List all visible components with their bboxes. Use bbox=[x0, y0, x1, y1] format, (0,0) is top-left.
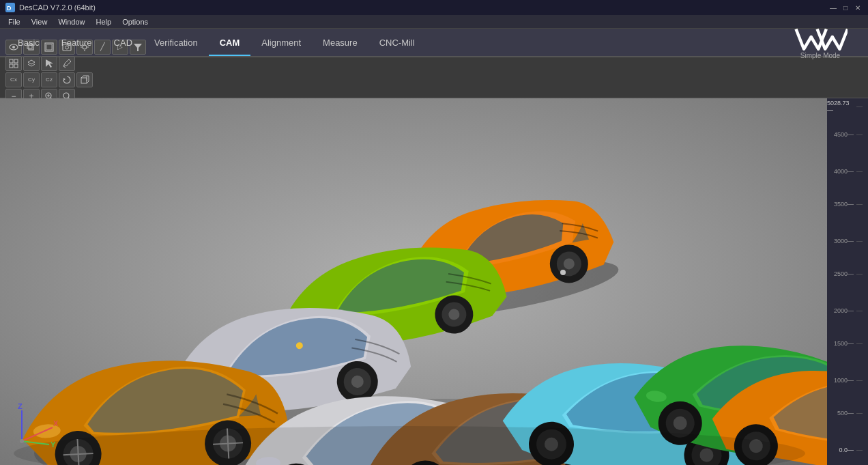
tab-measure[interactable]: Measure bbox=[312, 29, 368, 56]
menu-options[interactable]: Options bbox=[117, 15, 154, 28]
cars-scene bbox=[0, 98, 827, 465]
ruler-mark-4000: 4000— bbox=[834, 168, 863, 175]
rotate-button[interactable] bbox=[59, 72, 75, 87]
tab-feature[interactable]: Feature bbox=[50, 29, 103, 56]
rotate-y-button[interactable]: Cy bbox=[23, 72, 40, 87]
menu-view[interactable]: View bbox=[26, 15, 53, 28]
tab-cad[interactable]: CAD bbox=[103, 29, 143, 56]
svg-line-98 bbox=[22, 441, 49, 445]
cube-button[interactable] bbox=[76, 72, 93, 87]
svg-text:Z: Z bbox=[18, 404, 23, 410]
tab-verification[interactable]: Verification bbox=[143, 29, 209, 56]
viewport[interactable]: X Y Z bbox=[0, 98, 827, 465]
svg-text:Y: Y bbox=[50, 440, 56, 449]
ruler-mark-2000: 2000— bbox=[834, 307, 863, 314]
tab-cam[interactable]: CAM bbox=[209, 29, 251, 56]
title-bar-text: DesCAD V7.2.0 (64bit) bbox=[19, 3, 96, 12]
toolbar-row-3: Cx Cy Cz bbox=[5, 72, 146, 87]
title-bar-controls: — □ ✕ bbox=[828, 3, 863, 12]
ruler-mark-0: 0.0— bbox=[839, 447, 863, 453]
title-bar-left: D DesCAD V7.2.0 (64bit) bbox=[5, 3, 96, 12]
ruler-mark-3500: 3500— bbox=[834, 201, 863, 208]
app-icon: D bbox=[5, 3, 15, 12]
toolbar: ╱ ▷ bbox=[0, 57, 868, 98]
svg-rect-19 bbox=[14, 64, 18, 68]
logo-image bbox=[793, 26, 848, 53]
simple-mode-label: Simple Mode bbox=[800, 52, 840, 59]
title-bar: D DesCAD V7.2.0 (64bit) — □ ✕ bbox=[0, 0, 868, 15]
menu-file[interactable]: File bbox=[3, 15, 26, 28]
svg-point-28 bbox=[63, 93, 69, 98]
ruler-mark-5028: 5028.73— bbox=[827, 100, 863, 113]
ruler-mark-1000: 1000— bbox=[834, 377, 863, 384]
close-button[interactable]: ✕ bbox=[853, 3, 863, 12]
layers-button[interactable] bbox=[23, 56, 40, 71]
svg-rect-18 bbox=[10, 64, 13, 68]
nav-bar: Basic Feature CAD Verification CAM Align… bbox=[0, 29, 868, 57]
grid-button[interactable] bbox=[5, 56, 22, 71]
menu-bar: File View Window Help Options bbox=[0, 15, 868, 29]
minimize-button[interactable]: — bbox=[828, 3, 838, 12]
pencil-button[interactable] bbox=[59, 56, 75, 71]
svg-point-102 bbox=[20, 439, 24, 443]
logo-area: Simple Mode bbox=[793, 26, 861, 59]
tab-alignment[interactable]: Alignment bbox=[250, 29, 312, 56]
maximize-button[interactable]: □ bbox=[841, 3, 850, 12]
tab-cnc-mill[interactable]: CNC-Mill bbox=[368, 29, 426, 56]
ruler-mark-4500: 4500— bbox=[834, 131, 863, 138]
svg-line-20 bbox=[63, 66, 66, 68]
ruler-mark-2500: 2500— bbox=[834, 270, 863, 277]
ruler-mark-1500: 1500— bbox=[834, 340, 863, 347]
select-button[interactable] bbox=[41, 56, 57, 71]
ruler-mark-3000: 3000— bbox=[834, 238, 863, 244]
toolbar-row-2 bbox=[5, 56, 146, 71]
svg-text:D: D bbox=[7, 5, 12, 12]
svg-line-96 bbox=[22, 427, 53, 441]
coordinate-axes: X Y Z bbox=[8, 404, 63, 457]
tab-basic[interactable]: Basic bbox=[7, 29, 50, 56]
rotate-z-button[interactable]: Cz bbox=[41, 72, 57, 87]
main-area: X Y Z 5028.73— 4500— 4000— 3500— 3000— 2… bbox=[0, 98, 868, 465]
svg-rect-16 bbox=[10, 59, 13, 63]
ruler-mark-500: 500— bbox=[837, 410, 863, 417]
menu-window[interactable]: Window bbox=[53, 15, 90, 28]
svg-rect-17 bbox=[14, 59, 18, 63]
svg-marker-21 bbox=[63, 78, 66, 81]
menu-help[interactable]: Help bbox=[91, 15, 117, 28]
rotate-x-button[interactable]: Cx bbox=[5, 72, 22, 87]
ruler: 5028.73— 4500— 4000— 3500— 3000— 2500— 2… bbox=[827, 98, 868, 465]
svg-rect-22 bbox=[81, 78, 87, 83]
svg-text:X: X bbox=[53, 419, 59, 427]
